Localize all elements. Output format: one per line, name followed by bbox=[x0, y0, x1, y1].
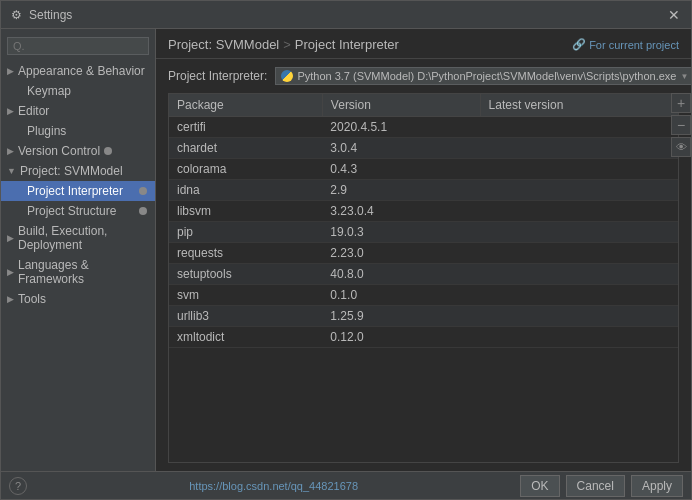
expand-arrow-lang: ▶ bbox=[7, 267, 14, 277]
col-latest: Latest version bbox=[480, 94, 678, 117]
cell-version: 2.9 bbox=[322, 180, 480, 201]
interpreter-value: Python 3.7 (SVMModel) D:\PythonProject\S… bbox=[297, 70, 676, 82]
content-area: Project: SVMModel > Project Interpreter … bbox=[156, 29, 691, 471]
expand-arrow-build: ▶ bbox=[7, 233, 14, 243]
packages-table: Package Version Latest version certifi20… bbox=[169, 94, 678, 348]
sidebar-item-languages[interactable]: ▶ Languages & Frameworks bbox=[1, 255, 155, 289]
close-button[interactable]: ✕ bbox=[665, 6, 683, 24]
cell-package: pip bbox=[169, 222, 322, 243]
link-icon: 🔗 bbox=[572, 38, 586, 51]
sidebar-item-build[interactable]: ▶ Build, Execution, Deployment bbox=[1, 221, 155, 255]
sidebar: ▶ Appearance & Behavior Keymap ▶ Editor … bbox=[1, 29, 156, 471]
sidebar-item-tools[interactable]: ▶ Tools bbox=[1, 289, 155, 309]
structure-badge bbox=[139, 207, 147, 215]
interpreter-badge bbox=[139, 187, 147, 195]
sidebar-item-editor[interactable]: ▶ Editor bbox=[1, 101, 155, 121]
table-row[interactable]: urllib31.25.9 bbox=[169, 306, 678, 327]
expand-arrow: ▶ bbox=[7, 66, 14, 76]
cell-latest bbox=[480, 201, 678, 222]
table-row[interactable]: setuptools40.8.0 bbox=[169, 264, 678, 285]
cell-latest bbox=[480, 222, 678, 243]
add-package-button[interactable]: + bbox=[671, 93, 691, 113]
breadcrumb-current: Project Interpreter bbox=[295, 37, 399, 52]
sidebar-item-project[interactable]: ▼ Project: SVMModel bbox=[1, 161, 155, 181]
packages-table-container: Package Version Latest version certifi20… bbox=[168, 93, 679, 463]
table-row[interactable]: svm0.1.0 bbox=[169, 285, 678, 306]
table-row[interactable]: certifi2020.4.5.1 bbox=[169, 117, 678, 138]
cell-package: colorama bbox=[169, 159, 322, 180]
table-row[interactable]: xmltodict0.12.0 bbox=[169, 327, 678, 348]
table-row[interactable]: colorama0.4.3 bbox=[169, 159, 678, 180]
interpreter-dropdown[interactable]: Python 3.7 (SVMModel) D:\PythonProject\S… bbox=[275, 67, 691, 85]
sidebar-item-project-interpreter[interactable]: Project Interpreter bbox=[1, 181, 155, 201]
search-input[interactable] bbox=[7, 37, 149, 55]
col-version: Version bbox=[322, 94, 480, 117]
settings-icon: ⚙ bbox=[9, 8, 23, 22]
sidebar-item-appearance[interactable]: ▶ Appearance & Behavior bbox=[1, 61, 155, 81]
window-title: Settings bbox=[29, 8, 665, 22]
cell-version: 19.0.3 bbox=[322, 222, 480, 243]
remove-package-button[interactable]: − bbox=[671, 115, 691, 135]
python-icon bbox=[281, 70, 293, 82]
cell-latest bbox=[480, 327, 678, 348]
content-header: Project: SVMModel > Project Interpreter … bbox=[156, 29, 691, 59]
help-button[interactable]: ? bbox=[9, 477, 27, 495]
bottom-link: https://blog.csdn.net/qq_44821678 bbox=[189, 480, 358, 492]
sidebar-item-plugins[interactable]: Plugins bbox=[1, 121, 155, 141]
expand-arrow-vc: ▶ bbox=[7, 146, 14, 156]
table-row[interactable]: requests2.23.0 bbox=[169, 243, 678, 264]
packages-tbody: certifi2020.4.5.1chardet3.0.4colorama0.4… bbox=[169, 117, 678, 348]
sidebar-item-project-structure[interactable]: Project Structure bbox=[1, 201, 155, 221]
packages-area: Package Version Latest version certifi20… bbox=[156, 93, 691, 471]
apply-button[interactable]: Apply bbox=[631, 475, 683, 497]
cell-package: requests bbox=[169, 243, 322, 264]
dropdown-arrow-icon: ▼ bbox=[680, 72, 688, 81]
cell-package: libsvm bbox=[169, 201, 322, 222]
expand-arrow-tools: ▶ bbox=[7, 294, 14, 304]
bottom-actions: OK Cancel Apply bbox=[520, 475, 683, 497]
cancel-button[interactable]: Cancel bbox=[566, 475, 625, 497]
cell-package: chardet bbox=[169, 138, 322, 159]
version-control-badge bbox=[104, 147, 112, 155]
table-row[interactable]: idna2.9 bbox=[169, 180, 678, 201]
table-row[interactable]: chardet3.0.4 bbox=[169, 138, 678, 159]
cell-package: xmltodict bbox=[169, 327, 322, 348]
main-layout: ▶ Appearance & Behavior Keymap ▶ Editor … bbox=[1, 29, 691, 471]
cell-version: 3.0.4 bbox=[322, 138, 480, 159]
settings-window: ⚙ Settings ✕ ▶ Appearance & Behavior Key… bbox=[0, 0, 692, 500]
cell-version: 3.23.0.4 bbox=[322, 201, 480, 222]
cell-package: certifi bbox=[169, 117, 322, 138]
breadcrumb-separator: > bbox=[283, 37, 291, 52]
title-bar: ⚙ Settings ✕ bbox=[1, 1, 691, 29]
eye-button[interactable]: 👁 bbox=[671, 137, 691, 157]
cell-latest bbox=[480, 264, 678, 285]
cell-package: idna bbox=[169, 180, 322, 201]
cell-version: 2.23.0 bbox=[322, 243, 480, 264]
sidebar-item-keymap[interactable]: Keymap bbox=[1, 81, 155, 101]
col-package: Package bbox=[169, 94, 322, 117]
table-row[interactable]: libsvm3.23.0.4 bbox=[169, 201, 678, 222]
cell-latest bbox=[480, 159, 678, 180]
cell-package: urllib3 bbox=[169, 306, 322, 327]
interpreter-label: Project Interpreter: bbox=[168, 69, 267, 83]
sidebar-item-version-control[interactable]: ▶ Version Control bbox=[1, 141, 155, 161]
table-row[interactable]: pip19.0.3 bbox=[169, 222, 678, 243]
search-container bbox=[1, 33, 155, 61]
cell-version: 40.8.0 bbox=[322, 264, 480, 285]
expand-arrow-project: ▼ bbox=[7, 166, 16, 176]
table-actions: + − 👁 bbox=[671, 93, 691, 157]
table-header-row: Package Version Latest version bbox=[169, 94, 678, 117]
interpreter-row: Project Interpreter: Python 3.7 (SVMMode… bbox=[156, 59, 691, 93]
cell-version: 2020.4.5.1 bbox=[322, 117, 480, 138]
cell-latest bbox=[480, 138, 678, 159]
for-current-project[interactable]: 🔗 For current project bbox=[572, 38, 679, 51]
ok-button[interactable]: OK bbox=[520, 475, 559, 497]
breadcrumb-project: Project: SVMModel bbox=[168, 37, 279, 52]
cell-version: 1.25.9 bbox=[322, 306, 480, 327]
cell-latest bbox=[480, 117, 678, 138]
bottom-bar: ? https://blog.csdn.net/qq_44821678 OK C… bbox=[1, 471, 691, 499]
cell-latest bbox=[480, 306, 678, 327]
cell-package: setuptools bbox=[169, 264, 322, 285]
cell-version: 0.4.3 bbox=[322, 159, 480, 180]
cell-latest bbox=[480, 285, 678, 306]
